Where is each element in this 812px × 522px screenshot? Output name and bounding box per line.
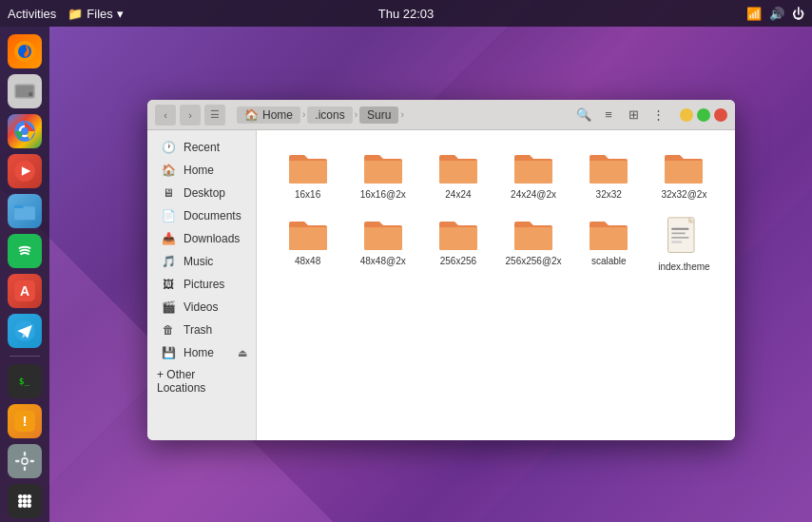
- documents-sidebar-icon: 📄: [161, 208, 176, 223]
- svg-rect-39: [672, 242, 683, 243]
- file-item-24x24@2x[interactable]: 24x24@2x: [497, 145, 569, 204]
- file-item-32x32@2x[interactable]: 32x32@2x: [648, 145, 720, 204]
- file-item-16x16[interactable]: 16x16: [272, 145, 343, 204]
- dock-terminal[interactable]: $_: [8, 364, 42, 398]
- sidebar-item-trash[interactable]: 🗑 Trash: [151, 319, 252, 341]
- title-bar: ‹ › ☰ 🏠 Home › .icons › Suru › 🔍: [147, 100, 735, 130]
- minimize-button[interactable]: [680, 108, 693, 122]
- power-icon[interactable]: ⏻: [792, 7, 804, 21]
- dock-chrome[interactable]: [8, 114, 42, 148]
- sidebar-item-home[interactable]: 🏠 Home: [151, 159, 252, 182]
- sidebar-other-locations[interactable]: + Other Locations: [147, 364, 256, 398]
- file-name-32x32: 32x32: [596, 189, 622, 201]
- close-button[interactable]: [714, 108, 727, 122]
- file-name-256x256@2x: 256x256@2x: [506, 256, 562, 267]
- sidebar-item-videos[interactable]: 🎬 Videos: [151, 296, 252, 319]
- dock-telegram[interactable]: [8, 314, 42, 348]
- svg-point-31: [27, 499, 31, 504]
- dock-firefox[interactable]: [8, 34, 42, 68]
- sidebar-item-home2[interactable]: 💾 Home: [151, 341, 229, 364]
- svg-rect-37: [672, 232, 686, 234]
- dock-files[interactable]: [8, 74, 42, 108]
- files-menu-button[interactable]: 📁 Files ▾: [68, 7, 123, 21]
- network-icon[interactable]: 📶: [746, 7, 762, 21]
- svg-rect-36: [672, 228, 689, 230]
- title-bar-left: ‹ › ☰ 🏠 Home › .icons › Suru ›: [155, 105, 412, 126]
- folder-icon-256x256: [437, 216, 479, 252]
- svg-text:A: A: [20, 283, 29, 299]
- svg-rect-22: [24, 452, 26, 456]
- sidebar-item-downloads[interactable]: 📥 Downloads: [151, 227, 252, 250]
- dock-rhythmbox[interactable]: [8, 154, 42, 188]
- file-item-32x32[interactable]: 32x32: [573, 145, 645, 204]
- svg-point-4: [29, 92, 33, 97]
- svg-rect-23: [24, 466, 26, 471]
- svg-point-26: [18, 494, 23, 499]
- volume-icon[interactable]: 🔊: [769, 7, 784, 21]
- top-panel: Activities 📁 Files ▾ Thu 22:03 📶 🔊 ⏻: [0, 0, 812, 27]
- home-icon: 🏠: [244, 108, 259, 122]
- folder-icon-16x16@2x: [362, 149, 404, 185]
- folder-icon-32x32: [588, 149, 629, 185]
- back-button[interactable]: ‹: [155, 105, 176, 126]
- file-name-16x16@2x: 16x16@2x: [360, 189, 406, 201]
- dock-separator: [10, 356, 40, 357]
- breadcrumb-icons[interactable]: .icons: [307, 106, 352, 124]
- svg-point-30: [23, 499, 28, 504]
- dock: A $_ !: [0, 27, 49, 522]
- file-name-48x48: 48x48: [295, 256, 320, 267]
- recent-icon: 🕐: [161, 140, 176, 155]
- svg-rect-10: [14, 206, 35, 220]
- file-item-48x48[interactable]: 48x48: [272, 212, 343, 277]
- window-controls: [680, 108, 727, 122]
- sidebar-item-music[interactable]: 🎵 Music: [151, 250, 252, 273]
- dock-appstore[interactable]: A: [8, 274, 42, 308]
- sidebar-music-label: Music: [184, 255, 213, 268]
- folder-small-icon: 📁: [68, 7, 83, 21]
- eject-button[interactable]: ⏏: [233, 343, 252, 362]
- videos-sidebar-icon: 🎬: [161, 300, 176, 315]
- maximize-button[interactable]: [697, 108, 710, 122]
- file-item-16x16@2x[interactable]: 16x16@2x: [347, 145, 418, 204]
- file-name-scalable: scalable: [591, 256, 627, 267]
- list-view-button[interactable]: ≡: [598, 105, 619, 126]
- breadcrumb-suru[interactable]: Suru: [359, 106, 398, 124]
- file-manager-window: ‹ › ☰ 🏠 Home › .icons › Suru › 🔍: [147, 100, 735, 440]
- sidebar-item-documents[interactable]: 📄 Documents: [151, 204, 252, 227]
- dock-app-grid[interactable]: [8, 484, 42, 518]
- file-item-index-theme[interactable]: index.theme: [648, 212, 720, 277]
- files-menu-label: Files: [87, 7, 112, 21]
- toggle-sidebar-button[interactable]: ☰: [204, 105, 225, 126]
- dock-update-notifier[interactable]: !: [8, 404, 42, 438]
- forward-button[interactable]: ›: [180, 105, 201, 126]
- downloads-sidebar-icon: 📥: [161, 231, 176, 246]
- sidebar-item-pictures[interactable]: 🖼 Pictures: [151, 273, 252, 296]
- activities-button[interactable]: Activities: [8, 7, 56, 21]
- file-name-256x256: 256x256: [440, 256, 476, 267]
- file-item-48x48@2x[interactable]: 48x48@2x: [347, 212, 418, 277]
- breadcrumb-bar: 🏠 Home › .icons › Suru ›: [237, 106, 404, 124]
- svg-point-28: [27, 494, 31, 499]
- file-item-256x256@2x[interactable]: 256x256@2x: [497, 212, 569, 277]
- dock-settings[interactable]: [8, 444, 42, 478]
- breadcrumb-separator-1: ›: [302, 109, 305, 120]
- sidebar-item-recent[interactable]: 🕐 Recent: [151, 136, 252, 159]
- search-button[interactable]: 🔍: [573, 105, 594, 126]
- drive-sidebar-icon: 💾: [161, 345, 176, 360]
- file-item-24x24[interactable]: 24x24: [422, 145, 493, 204]
- dock-spotify[interactable]: [8, 234, 42, 268]
- dock-nautilus[interactable]: [8, 194, 42, 228]
- breadcrumb-home[interactable]: 🏠 Home: [237, 106, 300, 124]
- file-item-scalable[interactable]: scalable: [573, 212, 645, 277]
- breadcrumb-separator-2: ›: [355, 109, 358, 120]
- svg-text:!: !: [22, 413, 27, 429]
- folder-icon-48x48@2x: [362, 216, 404, 252]
- file-item-256x256[interactable]: 256x256: [422, 212, 493, 277]
- sidebar-item-desktop[interactable]: 🖥 Desktop: [151, 182, 252, 204]
- title-bar-right: 🔍 ≡ ⊞ ⋮: [573, 105, 727, 126]
- file-name-16x16: 16x16: [295, 189, 320, 201]
- svg-point-27: [23, 494, 28, 499]
- grid-view-button[interactable]: ⊞: [623, 105, 644, 126]
- folder-icon-16x16: [287, 149, 329, 185]
- menu-button[interactable]: ⋮: [648, 105, 668, 126]
